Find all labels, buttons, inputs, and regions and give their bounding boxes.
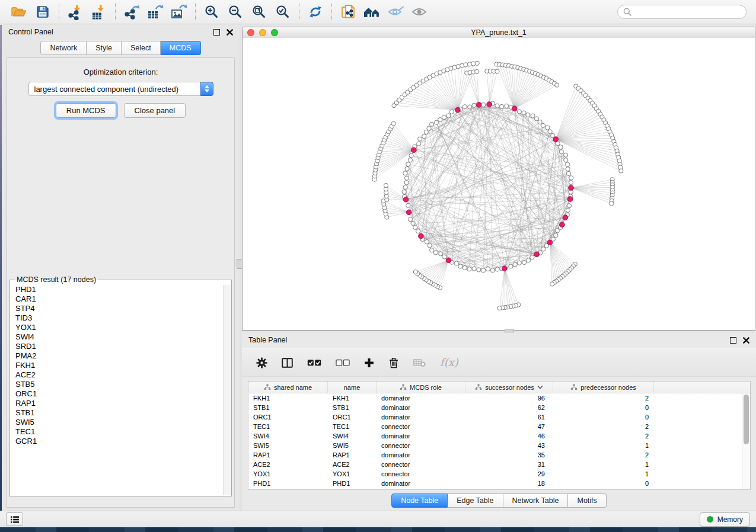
table-row[interactable]: SWI5SWI5connector431	[248, 441, 742, 450]
table-row[interactable]: PHD1PHD1dominator180	[248, 479, 742, 488]
tab-motifs[interactable]: Motifs	[568, 493, 606, 508]
network-mcds-node[interactable]	[446, 258, 451, 263]
network-node[interactable]	[409, 153, 413, 158]
network-node[interactable]	[430, 248, 434, 252]
zoom-fit-button[interactable]	[247, 2, 271, 21]
show-all-button[interactable]	[407, 2, 431, 21]
network-leaf-node[interactable]	[555, 83, 559, 87]
deselect-all-columns-button[interactable]	[336, 359, 350, 367]
network-node[interactable]	[559, 150, 563, 154]
search-input[interactable]	[635, 7, 741, 17]
network-mcds-node[interactable]	[563, 215, 568, 220]
network-mcds-node[interactable]	[419, 233, 424, 239]
network-node[interactable]	[509, 264, 513, 268]
network-node[interactable]	[513, 262, 517, 267]
network-node[interactable]	[406, 203, 410, 207]
network-node[interactable]	[472, 103, 476, 107]
network-node[interactable]	[408, 158, 412, 162]
export-network-button[interactable]	[120, 2, 143, 21]
table-row[interactable]: YOX1YOX1connector291	[248, 469, 742, 479]
network-node[interactable]	[566, 171, 570, 175]
network-node[interactable]	[462, 265, 467, 270]
table-row[interactable]: RAP1RAP1dominator352	[248, 450, 742, 460]
network-node[interactable]	[564, 153, 568, 157]
column-header-name[interactable]: name	[328, 382, 377, 393]
close-panel-button[interactable]: Close panel	[124, 103, 186, 118]
network-node[interactable]	[404, 176, 409, 180]
duplicate-network-button[interactable]	[336, 2, 360, 21]
tab-mcds[interactable]: MCDS	[161, 41, 201, 55]
mcds-result-item[interactable]: CAR1	[11, 294, 224, 304]
mcds-result-item[interactable]: ORC1	[11, 389, 224, 399]
float-panel-icon[interactable]	[213, 29, 220, 36]
column-header-successor-nodes[interactable]: successor nodes	[465, 382, 553, 393]
mcds-result-item[interactable]: GCR1	[11, 437, 224, 446]
network-node[interactable]	[417, 142, 421, 146]
float-panel-icon[interactable]	[730, 337, 736, 344]
network-node[interactable]	[566, 208, 570, 212]
table-row[interactable]: ORC1ORC1dominator610	[248, 412, 742, 422]
criterion-dropdown[interactable]: largest connected component (undirected)	[28, 82, 213, 96]
network-mcds-node[interactable]	[534, 252, 540, 257]
mcds-result-item[interactable]: STP4	[11, 304, 224, 313]
network-leaf-node[interactable]	[475, 61, 479, 65]
mcds-result-item[interactable]: SRD1	[11, 342, 224, 351]
network-leaf-node[interactable]	[475, 69, 479, 73]
search-box[interactable]	[617, 5, 747, 19]
network-node[interactable]	[490, 268, 495, 273]
mcds-result-item[interactable]: RAP1	[11, 399, 224, 408]
mcds-result-item[interactable]: ACE2	[11, 370, 224, 380]
network-node[interactable]	[439, 252, 443, 256]
close-panel-icon[interactable]	[227, 29, 233, 36]
network-node[interactable]	[477, 268, 481, 272]
hide-selected-button[interactable]	[384, 2, 407, 21]
import-table-button[interactable]	[87, 2, 111, 21]
network-node[interactable]	[566, 167, 570, 171]
network-mcds-node[interactable]	[553, 137, 559, 142]
mcds-result-item[interactable]: STB5	[11, 380, 224, 389]
table-options-button[interactable]	[256, 357, 267, 368]
tab-node-table[interactable]: Node Table	[391, 493, 448, 508]
network-node[interactable]	[541, 123, 545, 127]
table-row[interactable]: FKH1FKH1dominator962	[248, 393, 742, 403]
network-node[interactable]	[458, 264, 462, 268]
network-window-titlebar[interactable]: YPA_prune.txt_1	[243, 27, 755, 39]
network-node[interactable]	[403, 185, 407, 189]
network-node[interactable]	[472, 267, 476, 271]
network-leaf-node[interactable]	[413, 270, 417, 274]
network-node[interactable]	[548, 130, 552, 134]
network-node[interactable]	[422, 134, 426, 139]
mcds-result-item[interactable]: STB1	[11, 408, 224, 418]
network-node[interactable]	[402, 190, 406, 194]
tab-network[interactable]: Network	[40, 41, 87, 55]
network-node[interactable]	[442, 116, 446, 120]
network-node[interactable]	[538, 120, 542, 124]
network-leaf-node[interactable]	[497, 306, 502, 310]
network-node[interactable]	[438, 117, 442, 121]
network-mcds-node[interactable]	[560, 222, 565, 227]
toggle-columns-button[interactable]	[282, 358, 293, 368]
maximize-window-icon[interactable]	[271, 29, 278, 36]
network-node[interactable]	[569, 176, 573, 180]
network-node[interactable]	[534, 117, 538, 121]
network-node[interactable]	[546, 126, 550, 130]
table-row[interactable]: TEC1TEC1connector472	[248, 422, 742, 431]
network-node[interactable]	[500, 104, 504, 108]
network-node[interactable]	[554, 233, 558, 238]
network-mcds-node[interactable]	[569, 185, 574, 191]
network-node[interactable]	[416, 229, 420, 233]
zoom-in-button[interactable]	[200, 2, 224, 21]
minimize-window-icon[interactable]	[259, 29, 266, 36]
network-canvas[interactable]	[243, 38, 755, 330]
network-leaf-node[interactable]	[610, 201, 614, 206]
tab-select[interactable]: Select	[122, 41, 161, 55]
import-network-button[interactable]	[63, 2, 87, 21]
network-mcds-node[interactable]	[502, 266, 508, 271]
mcds-result-item[interactable]: SWI4	[11, 332, 224, 342]
network-node[interactable]	[527, 258, 531, 262]
network-node[interactable]	[530, 255, 534, 259]
network-node[interactable]	[449, 110, 454, 114]
network-node[interactable]	[541, 247, 546, 251]
create-column-button[interactable]	[364, 358, 374, 368]
network-mcds-node[interactable]	[476, 102, 481, 108]
